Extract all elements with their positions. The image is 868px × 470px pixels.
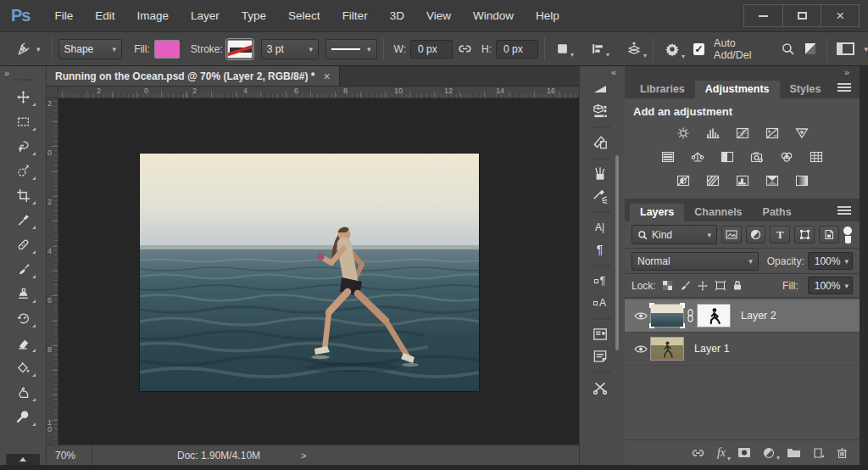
smudge-tool[interactable] <box>8 380 37 405</box>
paragraph-panel-button[interactable]: ¶ <box>586 238 615 260</box>
menu-select[interactable]: Select <box>277 9 331 22</box>
color-lookup-button[interactable] <box>805 148 827 165</box>
link-dimensions-button[interactable] <box>453 42 477 56</box>
layer-mask-thumbnail[interactable] <box>697 304 731 327</box>
lasso-tool[interactable] <box>8 134 37 159</box>
delete-layer-button[interactable] <box>837 447 848 459</box>
curves-button[interactable] <box>732 125 754 141</box>
toolbar-collapse-icon[interactable]: » <box>4 68 8 78</box>
menu-3d[interactable]: 3D <box>379 9 415 22</box>
selective-color-button[interactable] <box>791 172 813 188</box>
lock-position-button[interactable] <box>697 280 709 292</box>
brushes-panel-button[interactable] <box>586 163 615 185</box>
menu-help[interactable]: Help <box>525 9 570 22</box>
mask-link-icon[interactable] <box>687 309 694 322</box>
new-layer-button[interactable] <box>813 447 825 459</box>
layer-row-layer-1[interactable]: Layer 1 <box>625 333 860 366</box>
layer-effects-button[interactable]: fx ▾ <box>717 446 726 460</box>
eraser-tool[interactable] <box>8 331 37 355</box>
layer-row-layer-2[interactable]: Layer 2 <box>625 299 860 333</box>
tab-close-icon[interactable]: × <box>323 70 330 82</box>
panel-menu-icon[interactable] <box>837 83 851 92</box>
panel-menu-icon[interactable] <box>837 206 851 215</box>
width-input[interactable]: 0 px <box>410 40 453 59</box>
tool-presets-panel-button[interactable] <box>586 377 615 399</box>
notes-panel-button[interactable] <box>586 345 615 367</box>
horizontal-ruler[interactable]: 2 0 2 4 6 8 10 12 14 16 <box>58 87 579 98</box>
brush-settings-panel-button[interactable] <box>586 185 615 207</box>
threshold-button[interactable] <box>732 172 754 188</box>
dodge-tool[interactable] <box>8 405 37 429</box>
history-brush-tool[interactable] <box>8 306 37 331</box>
path-operations-button[interactable]: ▾ <box>551 42 574 55</box>
dock-collapse-icon[interactable]: « <box>611 67 615 77</box>
filter-kind-select[interactable]: Kind ▾ <box>632 225 717 244</box>
posterize-button[interactable] <box>702 172 724 188</box>
document-image[interactable] <box>140 154 479 391</box>
panels-collapse-icon[interactable]: » <box>844 67 848 77</box>
color-panel-button[interactable] <box>586 78 615 100</box>
adjustment-layer-filter-button[interactable] <box>746 226 766 243</box>
type-layer-filter-button[interactable]: T <box>770 226 790 243</box>
visibility-toggle[interactable] <box>632 311 650 321</box>
levels-button[interactable] <box>702 125 724 141</box>
gradient-map-button[interactable] <box>761 172 783 188</box>
tab-paths[interactable]: Paths <box>753 204 802 221</box>
paint-bucket-tool[interactable] <box>8 355 37 380</box>
hue-saturation-button[interactable] <box>657 148 679 165</box>
auto-add-del-checkbox[interactable]: ✓ <box>693 43 704 55</box>
channel-mixer-button[interactable] <box>776 148 798 165</box>
blend-mode-select[interactable]: Normal ▾ <box>632 252 759 271</box>
tab-layers[interactable]: Layers <box>630 204 684 221</box>
brightness-contrast-button[interactable] <box>672 125 694 141</box>
exposure-button[interactable] <box>761 125 783 141</box>
clone-stamp-tool[interactable] <box>8 282 37 306</box>
character-panel-button[interactable]: A| <box>586 216 615 238</box>
pixel-layer-filter-button[interactable] <box>721 226 742 243</box>
ruler-origin-corner[interactable] <box>47 87 58 98</box>
toolbar-expand-button[interactable] <box>6 454 40 465</box>
shape-layer-filter-button[interactable] <box>794 226 815 243</box>
photo-filter-button[interactable] <box>746 148 768 165</box>
canvas[interactable] <box>58 98 579 445</box>
vertical-ruler[interactable]: 2 0 2 4 6 8 10 <box>47 98 58 445</box>
path-align-button[interactable]: ▾ <box>586 42 609 55</box>
menu-filter[interactable]: Filter <box>331 9 379 22</box>
lock-image-pixels-button[interactable] <box>679 280 691 292</box>
invert-button[interactable] <box>672 172 694 188</box>
dock-scrollbar[interactable] <box>615 155 619 350</box>
minimize-button[interactable] <box>744 5 782 26</box>
new-group-button[interactable] <box>787 447 801 458</box>
height-input[interactable]: 0 px <box>496 40 538 59</box>
tool-settings-button[interactable]: ▾ <box>659 42 685 57</box>
smart-object-filter-button[interactable] <box>819 226 839 243</box>
crop-tool[interactable] <box>8 183 37 208</box>
lock-transparent-pixels-button[interactable] <box>662 280 673 291</box>
menu-type[interactable]: Type <box>231 9 277 22</box>
tab-adjustments[interactable]: Adjustments <box>695 81 780 98</box>
brush-tool[interactable] <box>8 257 37 282</box>
3d-panel-button[interactable] <box>586 100 615 122</box>
fill-pixels-toggle-icon[interactable] <box>805 43 815 54</box>
zoom-level-field[interactable]: 70% <box>47 445 92 465</box>
add-layer-mask-button[interactable] <box>737 447 751 458</box>
status-menu-chevron[interactable]: > <box>301 450 306 461</box>
fill-color-swatch[interactable] <box>154 40 180 59</box>
menu-edit[interactable]: Edit <box>84 9 125 22</box>
document-tab[interactable]: Running on the Ocean.psd @ 70% (Layer 2,… <box>47 66 340 86</box>
paragraph-styles-panel-button[interactable]: ¶ <box>586 270 615 292</box>
spot-healing-brush-tool[interactable] <box>8 232 37 257</box>
layer-thumbnail[interactable] <box>650 304 684 327</box>
toolbar-grip[interactable] <box>14 79 32 81</box>
fill-field[interactable]: 100% ▾ <box>808 277 853 294</box>
search-button[interactable] <box>776 42 800 56</box>
vibrance-button[interactable] <box>791 125 813 141</box>
menu-image[interactable]: Image <box>126 9 181 22</box>
menu-file[interactable]: File <box>43 9 84 22</box>
layer-name[interactable]: Layer 2 <box>741 310 776 322</box>
path-arrange-button[interactable]: ▾ <box>621 42 647 56</box>
pen-tool-preview[interactable]: ▾ <box>10 42 46 57</box>
character-styles-panel-button[interactable]: A <box>586 292 615 314</box>
opacity-field[interactable]: 100% ▾ <box>808 252 853 270</box>
lock-all-button[interactable] <box>732 280 743 291</box>
